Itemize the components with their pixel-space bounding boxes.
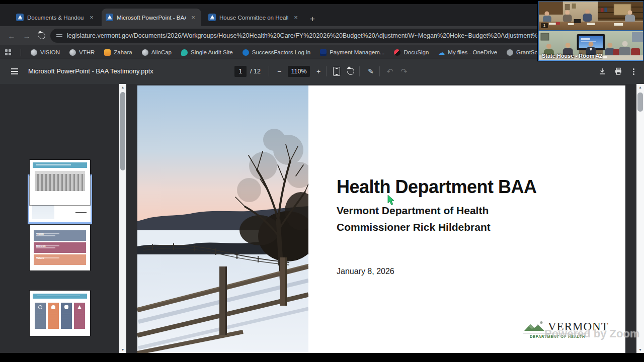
print-icon[interactable] [613, 66, 624, 77]
participant-count-badge: 1 [541, 23, 548, 28]
tab-title: House Committee on Health C [219, 15, 288, 21]
sidebar-scrollbar-thumb[interactable] [120, 92, 125, 170]
slide-thumbnail-2[interactable] [30, 160, 90, 205]
scroll-down-icon[interactable]: ▼ [119, 348, 126, 351]
redo-icon[interactable]: ↷ [398, 66, 410, 77]
winter-landscape-image [137, 85, 308, 353]
new-tab-button[interactable]: + [306, 13, 319, 26]
bookmark-docusign[interactable]: DocuSign [394, 49, 429, 56]
site-info-icon[interactable] [56, 33, 62, 38]
successfactors-icon [243, 49, 249, 56]
scroll-up-icon[interactable]: ▲ [119, 85, 126, 89]
download-icon[interactable] [597, 66, 608, 77]
grantsolutions-icon [507, 49, 513, 56]
close-icon[interactable]: × [189, 14, 197, 21]
page-number-input[interactable]: 1 [234, 66, 247, 77]
reload-glyph-icon [37, 31, 47, 41]
screen: Documents & Handouts | Hou × Microsoft P… [0, 0, 644, 362]
back-icon[interactable]: ← [5, 29, 18, 42]
slide-date: January 8, 2026 [337, 267, 394, 276]
zoom-watermark: Powered by Zoom [544, 327, 639, 340]
close-icon[interactable]: × [88, 14, 96, 21]
document-title: Microsoft PowerPoint - BAA Testimony.ppt… [28, 67, 153, 75]
mouse-cursor [387, 195, 395, 206]
slide-thumbnail-3[interactable]: Vision Mission Values [30, 225, 90, 270]
bookmark-single-audit[interactable]: Single Audit Site [181, 49, 233, 56]
forward-icon[interactable]: → [20, 29, 33, 42]
close-icon[interactable]: × [292, 14, 300, 21]
bookmark-payment-management[interactable]: Payment Managem... [320, 49, 384, 56]
mountain-icon [523, 320, 545, 332]
docusign-icon [394, 49, 400, 56]
slide-subtitle-2: Commissioner Rick Hildebrant [337, 221, 491, 233]
tab-powerpoint-baa[interactable]: Microsoft PowerPoint - BAA Te × [102, 9, 201, 26]
bookmark-zahara[interactable]: Zahara [104, 49, 132, 56]
scroll-down-icon[interactable]: ▼ [636, 348, 644, 351]
globe-icon [31, 49, 37, 56]
bookmark-onedrive[interactable]: ☁My files - OneDrive [438, 49, 497, 56]
slide-title: Health Department BAA [337, 176, 537, 198]
slide-thumbnail-4[interactable] [30, 291, 90, 336]
zoom-out-icon[interactable]: − [274, 66, 285, 77]
rotate-icon[interactable] [345, 66, 356, 77]
zoom-meeting-overlay: 1 [537, 0, 644, 61]
reload-icon[interactable] [35, 29, 48, 42]
fit-page-icon[interactable] [331, 66, 342, 77]
sidebar-scrollbar[interactable]: ▲ ▼ [119, 84, 126, 353]
slide-subtitle-1: Vermont Department of Health [337, 205, 489, 217]
bookmark-vthr[interactable]: VTHR [69, 49, 95, 56]
undo-icon[interactable]: ↶ [384, 66, 395, 77]
pdf-toolbar: Microsoft PowerPoint - BAA Testimony.ppt… [0, 59, 644, 84]
menu-icon[interactable] [11, 71, 18, 72]
page-count-label: / 12 [250, 68, 261, 75]
payment-management-icon [320, 49, 327, 56]
globe-icon [142, 49, 148, 56]
tab-house-committee[interactable]: House Committee on Health C × [204, 9, 304, 26]
video-feed-committee-room[interactable]: 1 [538, 1, 643, 31]
bookmark-allocap[interactable]: AlloCap [142, 49, 172, 56]
bookmark-separator [21, 49, 21, 56]
annotate-icon[interactable]: ✎ [365, 66, 376, 77]
zoom-level-input[interactable]: 110% [288, 66, 310, 77]
tab-title: Documents & Handouts | Hou [27, 15, 84, 21]
tab-title: Microsoft PowerPoint - BAA Te [117, 15, 186, 21]
vermont-legislature-favicon-icon [106, 14, 113, 21]
url-text: legislature.vermont.gov/Documents/2026/W… [67, 32, 575, 39]
main-scrollbar[interactable]: ▲ ▼ [636, 84, 644, 353]
bottom-letterbox-bar [0, 353, 644, 362]
scroll-up-icon[interactable]: ▲ [636, 85, 644, 89]
video-scene [539, 2, 643, 30]
room-name-label: State House - Room 42 [542, 53, 602, 59]
single-audit-icon [181, 49, 188, 56]
vermont-legislature-favicon-icon [16, 14, 24, 21]
zoom-in-icon[interactable]: + [313, 66, 324, 77]
vermont-legislature-favicon-icon [208, 14, 216, 21]
main-scrollbar-thumb[interactable] [637, 93, 643, 112]
more-options-icon[interactable] [628, 66, 639, 77]
video-feed-state-house-room[interactable]: State House - Room 42 [538, 31, 643, 61]
globe-icon [69, 49, 76, 56]
cloud-icon: ☁ [438, 49, 445, 56]
bookmark-successfactors[interactable]: SuccessFactors Log in [243, 49, 310, 56]
zahara-icon [104, 49, 111, 56]
tab-documents-handouts[interactable]: Documents & Handouts | Hou × [12, 9, 100, 26]
apps-grid-icon[interactable] [5, 49, 11, 55]
bookmark-vision[interactable]: VISION [31, 49, 60, 56]
